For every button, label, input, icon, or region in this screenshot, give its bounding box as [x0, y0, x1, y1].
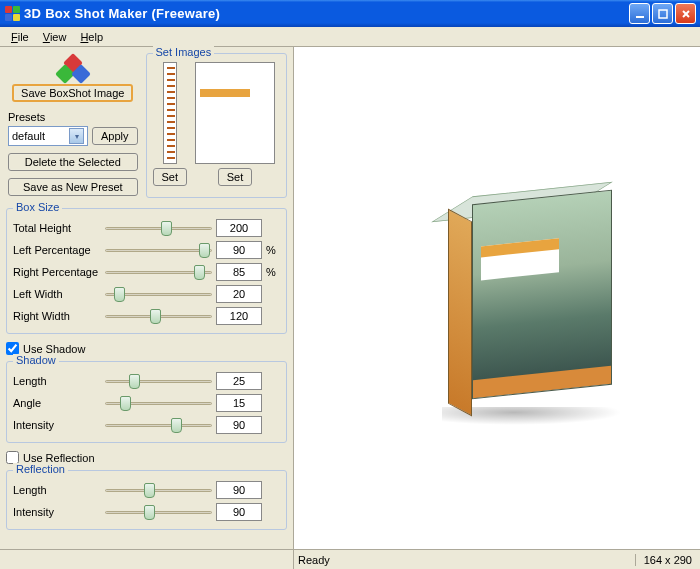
total-height-slider[interactable] — [105, 218, 212, 238]
left-width-value[interactable]: 20 — [216, 285, 262, 303]
right-width-value[interactable]: 120 — [216, 307, 262, 325]
apply-button[interactable]: Apply — [92, 127, 138, 145]
reflection-length-slider[interactable] — [105, 480, 212, 500]
box-render — [434, 197, 624, 427]
left-width-slider[interactable] — [105, 284, 212, 304]
reflection-length-label: Length — [13, 484, 101, 496]
reflection-intensity-value[interactable]: 90 — [216, 503, 262, 521]
title-bar: 3D Box Shot Maker (Freeware) — [0, 0, 700, 27]
delete-selected-button[interactable]: Delete the Selected — [8, 153, 138, 171]
shadow-intensity-value[interactable]: 90 — [216, 416, 262, 434]
app-icon — [4, 6, 20, 22]
shadow-length-slider[interactable] — [105, 371, 212, 391]
menu-view[interactable]: View — [36, 29, 74, 45]
right-width-label: Right Width — [13, 310, 101, 322]
shadow-angle-value[interactable]: 15 — [216, 394, 262, 412]
status-dimensions: 164 x 290 — [635, 554, 700, 566]
reflection-intensity-slider[interactable] — [105, 502, 212, 522]
save-boxshot-button[interactable]: Save BoxShot Image — [12, 84, 133, 102]
status-ready: Ready — [294, 554, 635, 566]
box-size-legend: Box Size — [13, 201, 62, 213]
set-spine-button[interactable]: Set — [153, 168, 188, 186]
logo-cubes-icon — [56, 55, 90, 81]
presets-label: Presets — [8, 111, 138, 123]
reflection-intensity-label: Intensity — [13, 506, 101, 518]
shadow-angle-slider[interactable] — [105, 393, 212, 413]
status-bar: Ready 164 x 290 — [0, 549, 700, 569]
right-pct-value[interactable]: 85 — [216, 263, 262, 281]
shadow-legend: Shadow — [13, 354, 59, 366]
reflection-legend: Reflection — [13, 463, 68, 475]
minimize-button[interactable] — [629, 3, 650, 24]
preview-canvas — [294, 47, 700, 549]
menu-help[interactable]: Help — [73, 29, 110, 45]
maximize-button[interactable] — [652, 3, 673, 24]
set-images-legend: Set Images — [153, 46, 215, 58]
right-pct-slider[interactable] — [105, 262, 212, 282]
presets-combobox[interactable]: default ▾ — [8, 126, 88, 146]
shadow-length-value[interactable]: 25 — [216, 372, 262, 390]
menu-bar: File View Help — [0, 27, 700, 47]
menu-file[interactable]: File — [4, 29, 36, 45]
left-pct-label: Left Percentage — [13, 244, 101, 256]
shadow-length-label: Length — [13, 375, 101, 387]
total-height-value[interactable]: 200 — [216, 219, 262, 237]
left-width-label: Left Width — [13, 288, 101, 300]
chevron-down-icon: ▾ — [69, 128, 84, 144]
svg-rect-1 — [659, 10, 667, 18]
front-image-preview — [195, 62, 275, 164]
control-panel: Save BoxShot Image Presets default ▾ App… — [0, 47, 294, 549]
save-preset-button[interactable]: Save as New Preset — [8, 178, 138, 196]
left-pct-value[interactable]: 90 — [216, 241, 262, 259]
close-button[interactable] — [675, 3, 696, 24]
reflection-length-value[interactable]: 90 — [216, 481, 262, 499]
left-pct-slider[interactable] — [105, 240, 212, 260]
set-front-button[interactable]: Set — [218, 168, 253, 186]
window-title: 3D Box Shot Maker (Freeware) — [24, 6, 629, 21]
spine-image-preview — [163, 62, 177, 164]
presets-selected: default — [12, 130, 45, 142]
shadow-intensity-label: Intensity — [13, 419, 101, 431]
right-width-slider[interactable] — [105, 306, 212, 326]
right-pct-label: Right Percentage — [13, 266, 101, 278]
shadow-intensity-slider[interactable] — [105, 415, 212, 435]
shadow-angle-label: Angle — [13, 397, 101, 409]
total-height-label: Total Height — [13, 222, 101, 234]
svg-rect-0 — [636, 16, 644, 18]
